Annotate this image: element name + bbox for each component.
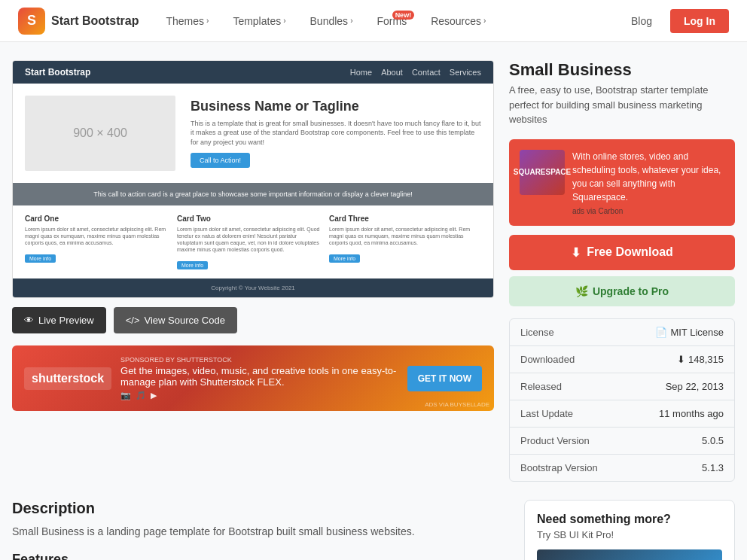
meta-row-last-update: Last Update 11 months ago <box>510 400 734 428</box>
preview-card-2-text: Lorem ipsum dolor sit amet, consectetur … <box>177 226 320 253</box>
code-icon: </> <box>126 315 140 326</box>
ad-card: SQUARESPACE With online stores, video an… <box>509 139 735 226</box>
login-button[interactable]: Log In <box>670 9 729 33</box>
sidebar-title: Small Business <box>509 60 735 80</box>
preview-cards: Card One Lorem ipsum dolor sit amet, con… <box>13 205 493 278</box>
meta-value-downloaded: ⬇ 148,315 <box>677 354 724 365</box>
preview-callout: This call to action card is a great plac… <box>13 183 493 205</box>
description-text: Small Business is a landing page templat… <box>12 523 509 540</box>
sidebar-description: A free, easy to use, Bootstrap starter t… <box>509 83 735 127</box>
preview-card-1: Card One Lorem ipsum dolor sit amet, con… <box>25 215 177 269</box>
preview-card-3-button[interactable]: More info <box>329 254 360 263</box>
sponsor-content: SPONSORED BY SHUTTERSTOCK Get the images… <box>120 356 398 400</box>
main-content: Start Bootstrap Home About Contact Servi… <box>0 42 747 500</box>
meta-value-license: 📄 MIT License <box>655 327 724 338</box>
need-more-preview: SB UI Kit Pro Preview <box>537 549 722 561</box>
brand-logo-icon: S <box>18 8 45 35</box>
star-icon: 🌿 <box>575 285 588 297</box>
meta-row-released: Released Sep 22, 2013 <box>510 373 734 400</box>
sponsor-banner: shutterstock SPONSORED BY SHUTTERSTOCK G… <box>12 345 494 411</box>
action-buttons: 👁 Live Preview </> View Source Code <box>12 307 494 333</box>
license-icon: 📄 <box>655 327 667 338</box>
meta-label-license: License <box>520 327 554 338</box>
chevron-down-icon: › <box>283 17 285 25</box>
preview-section: Start Bootstrap Home About Contact Servi… <box>12 60 494 411</box>
preview-card-2-title: Card Two <box>177 215 320 223</box>
features-heading: Features <box>12 552 509 560</box>
preview-card-2-button[interactable]: More info <box>177 261 208 269</box>
meta-label-product-version: Product Version <box>520 435 590 446</box>
nav-item-templates[interactable]: Templates › <box>230 12 288 30</box>
ad-text: With online stores, video and scheduling… <box>572 150 724 204</box>
description-section: Description Small Business is a landing … <box>0 500 747 561</box>
preview-hero-text: Business Name or Tagline This is a templ… <box>191 99 481 169</box>
nav-item-bundles[interactable]: Bundles › <box>307 12 356 30</box>
view-source-button[interactable]: </> View Source Code <box>114 307 237 333</box>
meta-label-bootstrap-version: Bootstrap Version <box>520 462 598 473</box>
preview-card-1-text: Lorem ipsum dolor sit amet, consectetur … <box>25 226 168 246</box>
meta-label-downloaded: Downloaded <box>520 354 575 365</box>
nav-item-themes[interactable]: Themes › <box>163 12 212 30</box>
music-icon: 🎵 <box>136 391 146 400</box>
download-icon: ⬇ <box>571 245 581 260</box>
sponsor-ads-label: ADS VIA BUYSELLADE <box>425 401 489 408</box>
meta-value-bootstrap-version: 5.1.3 <box>702 462 724 473</box>
preview-cta-button[interactable]: Call to Action! <box>191 153 250 168</box>
live-preview-button[interactable]: 👁 Live Preview <box>12 307 106 333</box>
preview-card-2: Card Two Lorem ipsum dolor sit amet, con… <box>177 215 329 269</box>
new-badge: New! <box>392 11 415 20</box>
meta-row-product-version: Product Version 5.0.5 <box>510 428 734 455</box>
preview-nav-link-contact: Contact <box>412 68 441 77</box>
preview-nav-links: Home About Contact Services <box>350 68 481 77</box>
preview-callout-text: This call to action card is a great plac… <box>93 190 413 198</box>
sponsor-cta-button[interactable]: GET IT NOW <box>407 366 482 391</box>
upgrade-button[interactable]: 🌿 Upgrade to Pro <box>509 276 735 306</box>
nav-blog[interactable]: Blog <box>631 15 652 27</box>
hero-image-placeholder: 900 × 400 <box>25 96 175 171</box>
meta-row-license: License 📄 MIT License <box>510 319 734 346</box>
sponsor-logo: shutterstock <box>24 367 111 390</box>
preview-nav-brand: Start Bootstrap <box>25 67 90 78</box>
sponsor-text: Get the images, video, music, and creati… <box>120 365 398 388</box>
preview-nav-link-services: Services <box>450 68 481 77</box>
meta-value-released: Sep 22, 2013 <box>666 381 724 392</box>
ad-logo: SQUARESPACE <box>520 150 565 195</box>
ad-content: With online stores, video and scheduling… <box>572 150 724 215</box>
preview-card-3-text: Lorem ipsum dolor sit amet, consectetur … <box>329 226 472 246</box>
meta-table: License 📄 MIT License Downloaded ⬇ 148,3… <box>509 318 735 482</box>
play-icon: ▶ <box>151 391 157 400</box>
preview-navbar: Start Bootstrap Home About Contact Servi… <box>13 61 493 84</box>
ad-via: ads via Carbon <box>572 207 724 215</box>
preview-card-3: Card Three Lorem ipsum dolor sit amet, c… <box>329 215 481 269</box>
preview-nav-link-about: About <box>381 68 403 77</box>
preview-footer: Copyright © Your Website 2021 <box>13 278 493 297</box>
navbar-brand[interactable]: S Start Bootstrap <box>18 8 139 35</box>
preview-card-1-button[interactable]: More info <box>25 254 56 263</box>
meta-label-released: Released <box>520 381 562 392</box>
preview-hero-desc: This is a template that is great for sma… <box>191 119 481 148</box>
need-more-heading: Need something more? <box>537 513 722 526</box>
brand-name: Start Bootstrap <box>51 14 139 28</box>
sponsor-icons: 📷 🎵 ▶ <box>120 391 398 400</box>
download-count-icon: ⬇ <box>677 354 685 365</box>
preview-nav-link-home: Home <box>350 68 372 77</box>
camera-icon: 📷 <box>120 391 131 400</box>
chevron-down-icon: › <box>206 17 209 25</box>
chevron-down-icon: › <box>350 17 352 25</box>
nav-item-forms[interactable]: Forms New! <box>374 12 410 30</box>
free-download-button[interactable]: ⬇ Free Download <box>509 235 735 270</box>
preview-hero-title: Business Name or Tagline <box>191 99 481 114</box>
preview-hero: 900 × 400 Business Name or Tagline This … <box>13 84 493 183</box>
desc-main: Description Small Business is a landing … <box>12 500 509 561</box>
navbar: S Start Bootstrap Themes › Templates › B… <box>0 0 747 42</box>
description-heading: Description <box>12 500 509 517</box>
nav-item-resources[interactable]: Resources › <box>428 12 489 30</box>
sidebar: Small Business A free, easy to use, Boot… <box>509 60 735 482</box>
chevron-down-icon: › <box>483 17 486 25</box>
meta-row-downloaded: Downloaded ⬇ 148,315 <box>510 346 734 373</box>
preview-card-3-title: Card Three <box>329 215 472 223</box>
site-preview: Start Bootstrap Home About Contact Servi… <box>12 60 494 298</box>
meta-label-last-update: Last Update <box>520 408 573 419</box>
need-more-subtext: Try SB UI Kit Pro! <box>537 529 722 540</box>
preview-footer-text: Copyright © Your Website 2021 <box>211 285 295 291</box>
